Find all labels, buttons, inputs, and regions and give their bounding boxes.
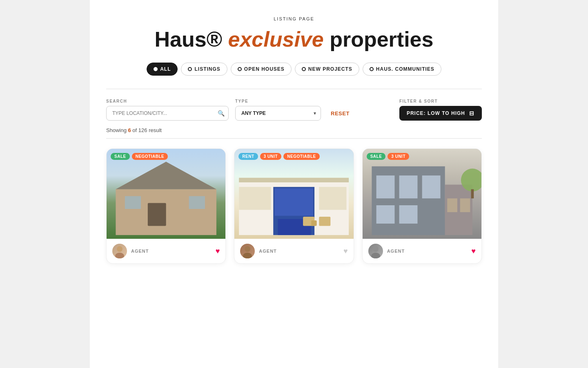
card-footer-1: AGENT ♥: [107, 239, 225, 263]
svg-rect-15: [319, 217, 331, 226]
radio-open-houses: [238, 67, 242, 71]
favorite-button-2[interactable]: ♥: [343, 247, 348, 256]
svg-rect-21: [376, 175, 394, 198]
svg-rect-25: [399, 205, 417, 224]
tab-communities[interactable]: HAUS. COMMUNITIES: [363, 63, 441, 76]
sort-value: PRICE: LOW TO HIGH: [407, 110, 465, 116]
svg-rect-4: [189, 196, 205, 209]
svg-point-18: [243, 253, 252, 258]
search-field-group: SEARCH 🔍: [106, 99, 229, 121]
agent-avatar-3: [368, 244, 383, 258]
svg-rect-13: [319, 187, 347, 210]
type-label: TYPE: [235, 99, 321, 103]
agent-avatar-2: [240, 244, 255, 258]
svg-rect-3: [125, 196, 141, 209]
svg-point-5: [117, 246, 122, 252]
house-svg-1: [107, 149, 225, 239]
title-accent: exclusive: [228, 27, 324, 51]
card-footer-3: AGENT ♥: [363, 239, 481, 263]
sort-field-group: FILTER & SORT PRICE: LOW TO HIGH ⊟: [399, 99, 482, 121]
page-title: Haus® exclusive properties: [90, 28, 498, 51]
sort-label: FILTER & SORT: [399, 99, 482, 103]
type-select[interactable]: ANY TYPE House Apartment Condo Villa Com…: [235, 106, 321, 121]
svg-rect-26: [447, 198, 457, 212]
heart-icon-3: ♥: [471, 247, 476, 255]
agent-label-1: AGENT: [131, 249, 149, 254]
house-svg-2: [234, 149, 353, 239]
reset-button[interactable]: RESET: [331, 106, 350, 121]
property-card-1[interactable]: SALE NEGOTIABLE AGENT ♥: [106, 148, 226, 264]
divider-results: [106, 138, 482, 139]
card-image-3: SALE 3 UNIT: [363, 149, 481, 239]
tab-listings[interactable]: LISTINGS: [181, 63, 227, 76]
badge-sale-3: SALE: [367, 153, 386, 160]
badge-negotiable-2: NEGOTIABLE: [283, 153, 320, 160]
svg-rect-12: [239, 187, 271, 210]
house-svg-3: [363, 149, 481, 239]
badges-card-1: SALE NEGOTIABLE: [111, 153, 168, 160]
radio-all: [154, 67, 158, 71]
badge-rent-2: RENT: [238, 153, 258, 160]
badges-card-3: SALE 3 UNIT: [367, 153, 409, 160]
favorite-button-1[interactable]: ♥: [216, 247, 220, 256]
avatar-svg-2: [240, 244, 255, 258]
heart-icon-1: ♥: [216, 247, 220, 255]
radio-new-projects: [302, 67, 306, 71]
heart-icon-2: ♥: [343, 247, 348, 255]
type-field-group: TYPE ANY TYPE House Apartment Condo Vill…: [235, 99, 321, 121]
search-label: SEARCH: [106, 99, 229, 103]
svg-rect-22: [399, 175, 417, 198]
avatar-svg-1: [112, 244, 127, 258]
agent-label-3: AGENT: [387, 249, 405, 254]
svg-rect-8: [239, 178, 349, 182]
svg-point-6: [115, 253, 124, 258]
svg-point-31: [371, 253, 380, 258]
property-card-3[interactable]: SALE 3 UNIT AGENT ♥: [362, 148, 482, 264]
category-tabs: ALL LISTINGS OPEN HOUSES NEW PROJECTS HA…: [90, 63, 498, 76]
search-bar-area: SEARCH 🔍 TYPE ANY TYPE House Apartment C…: [90, 99, 498, 127]
svg-point-17: [245, 246, 250, 252]
favorite-button-3[interactable]: ♥: [471, 247, 476, 256]
svg-marker-1: [116, 162, 216, 189]
card-image-2: RENT 3 UNIT NEGOTIABLE: [234, 149, 353, 239]
cards-grid: SALE NEGOTIABLE AGENT ♥: [90, 148, 498, 264]
badges-card-2: RENT 3 UNIT NEGOTIABLE: [238, 153, 319, 160]
card-footer-2: AGENT ♥: [234, 239, 353, 263]
badge-3unit-3: 3 UNIT: [388, 153, 409, 160]
avatar-svg-3: [368, 244, 383, 258]
search-icon: 🔍: [218, 110, 225, 117]
agent-avatar-1: [112, 244, 127, 258]
title-prefix: Haus®: [155, 27, 222, 51]
results-line: Showing 6 of 126 result: [90, 127, 498, 138]
radio-listings: [188, 67, 192, 71]
svg-rect-23: [422, 175, 440, 198]
svg-point-30: [373, 246, 379, 252]
type-select-wrap: ANY TYPE House Apartment Condo Villa Com…: [235, 106, 321, 121]
sort-lines-icon: ⊟: [469, 110, 474, 117]
svg-rect-10: [275, 188, 313, 216]
search-input[interactable]: [106, 106, 229, 121]
title-suffix: properties: [330, 27, 433, 51]
svg-rect-2: [148, 203, 166, 226]
results-count: 6: [128, 127, 131, 133]
svg-rect-29: [471, 189, 474, 198]
page-label: LISTING PAGE: [90, 0, 498, 28]
radio-communities: [370, 67, 374, 71]
search-icon-button[interactable]: 🔍: [218, 110, 225, 117]
badge-sale-1: SALE: [111, 153, 130, 160]
svg-rect-16: [312, 220, 317, 226]
tab-new-projects[interactable]: NEW PROJECTS: [295, 63, 359, 76]
sort-button[interactable]: PRICE: LOW TO HIGH ⊟: [399, 106, 482, 121]
svg-rect-24: [376, 205, 394, 224]
divider-top: [106, 89, 482, 89]
badge-negotiable-1: NEGOTIABLE: [132, 153, 168, 160]
badge-3unit-2: 3 UNIT: [260, 153, 282, 160]
agent-label-2: AGENT: [259, 249, 277, 254]
property-card-2[interactable]: RENT 3 UNIT NEGOTIABLE AGENT ♥: [234, 148, 354, 264]
search-input-wrap: 🔍: [106, 106, 229, 121]
card-image-1: SALE NEGOTIABLE: [107, 149, 225, 239]
tab-all[interactable]: ALL: [147, 63, 178, 76]
svg-rect-27: [460, 198, 470, 212]
tab-open-houses[interactable]: OPEN HOUSES: [231, 63, 292, 76]
